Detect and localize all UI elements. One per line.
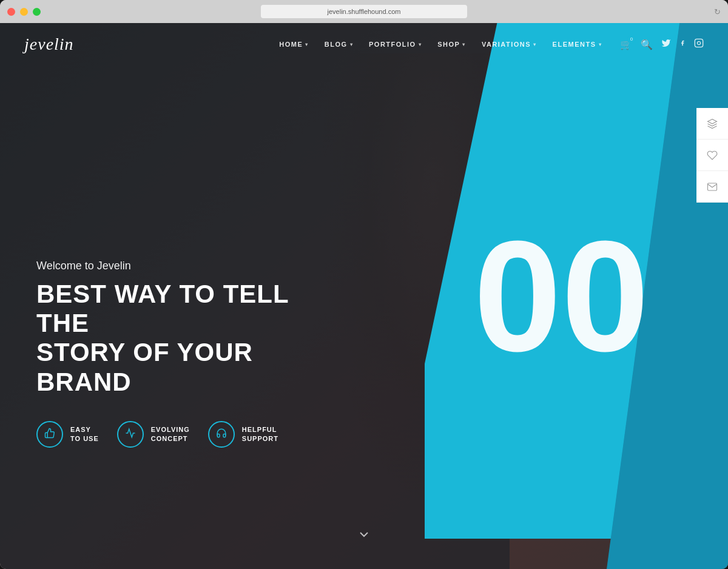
window-controls xyxy=(7,8,41,16)
hero-headline-line2: STORY OF YOUR BRAND xyxy=(36,338,253,396)
feature-label-1: EASYTO USE xyxy=(70,425,99,444)
site-logo[interactable]: jevelin xyxy=(24,35,74,54)
nav-icons: 🛒 0 🔍 xyxy=(620,38,704,50)
chevron-down-icon: ▾ xyxy=(533,42,537,47)
feature-evolving-concept: EVOLVINGCONCEPT xyxy=(117,421,190,448)
nav-item-blog[interactable]: BLOG ▾ xyxy=(318,37,359,52)
minimize-button[interactable] xyxy=(20,8,28,16)
sidebar-heart-icon[interactable] xyxy=(696,140,728,171)
right-sidebar xyxy=(696,108,728,203)
chevron-down-icon: ▾ xyxy=(462,42,466,47)
hero-headline: BEST WAY TO TELL THE STORY OF YOUR BRAND xyxy=(36,280,315,397)
chevron-down-icon: ▾ xyxy=(599,42,602,47)
nav-item-elements[interactable]: ELEMENTS ▾ xyxy=(547,37,608,52)
nav-item-variations[interactable]: VARIATIONS ▾ xyxy=(476,37,543,52)
svg-marker-2 xyxy=(708,119,717,124)
big-zero-right: 0 xyxy=(561,217,643,375)
twitter-icon[interactable] xyxy=(661,38,671,50)
chevron-down-icon: ▾ xyxy=(305,42,309,47)
nav-item-home[interactable]: HOME ▾ xyxy=(273,37,315,52)
nav-menu: HOME ▾ BLOG ▾ PORTFOLIO ▾ SHOP ▾ VARIATI… xyxy=(273,37,608,52)
refresh-icon[interactable]: ↻ xyxy=(714,7,721,16)
navbar: jevelin HOME ▾ BLOG ▾ PORTFOLIO ▾ SHOP ▾ xyxy=(0,23,728,66)
feature-circle-2 xyxy=(117,421,144,448)
site-wrapper: jevelin HOME ▾ BLOG ▾ PORTFOLIO ▾ SHOP ▾ xyxy=(0,23,728,569)
feature-label-3: HELPFULSUPPORT xyxy=(242,425,278,444)
features-row: EASYTO USE EVOLVINGCONCEPT xyxy=(36,421,315,448)
feature-circle-1 xyxy=(36,421,63,448)
feature-circle-3 xyxy=(208,421,235,448)
titlebar: jevelin.shufflehound.com ↻ xyxy=(0,0,728,23)
svg-rect-0 xyxy=(695,39,703,47)
cart-icon[interactable]: 🛒 0 xyxy=(620,39,632,50)
nav-item-shop[interactable]: SHOP ▾ xyxy=(431,37,472,52)
feature-label-2: EVOLVINGCONCEPT xyxy=(151,425,190,444)
maximize-button[interactable] xyxy=(33,8,41,16)
sidebar-envelope-icon[interactable] xyxy=(696,171,728,203)
big-numbers: 0 0 xyxy=(474,217,643,375)
thumbsup-icon xyxy=(44,428,55,441)
big-zero-left: 0 xyxy=(474,217,556,375)
nav-item-portfolio[interactable]: PORTFOLIO ▾ xyxy=(363,37,428,52)
feature-helpful-support: HELPFULSUPPORT xyxy=(208,421,278,448)
search-icon[interactable]: 🔍 xyxy=(641,39,653,50)
url-text: jevelin.shufflehound.com xyxy=(328,8,401,15)
hero-welcome-text: Welcome to Jevelin xyxy=(36,260,315,272)
mac-window: jevelin.shufflehound.com ↻ jevelin HOME … xyxy=(0,0,728,569)
pulse-icon xyxy=(125,428,136,441)
headphones-icon xyxy=(216,428,227,441)
url-bar[interactable]: jevelin.shufflehound.com xyxy=(261,5,467,18)
facebook-icon[interactable] xyxy=(679,38,686,50)
instagram-icon[interactable] xyxy=(694,38,704,50)
close-button[interactable] xyxy=(7,8,15,16)
hero-content: Welcome to Jevelin BEST WAY TO TELL THE … xyxy=(36,260,315,448)
scroll-down-arrow[interactable] xyxy=(357,527,371,545)
feature-easy-to-use: EASYTO USE xyxy=(36,421,99,448)
chevron-down-icon: ▾ xyxy=(350,42,354,47)
sidebar-layers-icon[interactable] xyxy=(696,108,728,140)
chevron-down-icon: ▾ xyxy=(419,42,422,47)
cart-badge: 0 xyxy=(627,35,636,44)
hero-headline-line1: BEST WAY TO TELL THE xyxy=(36,280,289,337)
